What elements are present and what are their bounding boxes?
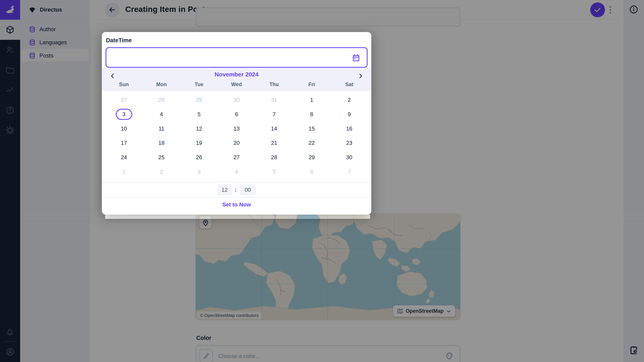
datetime-popup: DateTime November 2024 xyxy=(102,32,371,215)
calendar-day[interactable]: 4 xyxy=(218,165,256,179)
calendar-day[interactable]: 1 xyxy=(105,165,143,179)
calendar-day[interactable]: 20 xyxy=(218,136,256,150)
minute-input[interactable]: 00 xyxy=(240,184,256,195)
today-outline: 3 xyxy=(116,109,132,120)
calendar-day[interactable]: 7 xyxy=(256,107,293,121)
calendar-day[interactable]: 15 xyxy=(293,121,330,136)
weekday-label: Sat xyxy=(330,79,368,90)
month-label[interactable]: November 2024 xyxy=(102,71,371,78)
calendar-day[interactable]: 13 xyxy=(218,121,256,136)
calendar-icon[interactable] xyxy=(352,53,360,62)
dim-overlay-left xyxy=(0,215,105,219)
calendar-icon-glyph xyxy=(352,53,360,62)
calendar-day[interactable]: 29 xyxy=(293,150,330,165)
weekday-label: Sun xyxy=(105,79,143,90)
calendar-day[interactable]: 21 xyxy=(256,136,293,150)
weekday-label: Tue xyxy=(180,79,218,90)
weekday-label: Mon xyxy=(143,79,180,90)
calendar-day[interactable]: 1 xyxy=(293,93,330,107)
calendar-day[interactable]: 3 xyxy=(105,107,143,121)
calendar-day[interactable]: 31 xyxy=(256,93,293,107)
calendar-day[interactable]: 2 xyxy=(330,93,368,107)
calendar-day[interactable]: 5 xyxy=(180,107,218,121)
chevron-right-icon xyxy=(358,72,364,79)
calendar-day[interactable]: 18 xyxy=(143,136,180,150)
dim-overlay-right xyxy=(370,215,644,219)
calendar-day[interactable]: 16 xyxy=(330,121,368,136)
calendar-day[interactable]: 22 xyxy=(293,136,330,150)
calendar-day[interactable]: 8 xyxy=(293,107,330,121)
dim-overlay-bottom[interactable] xyxy=(0,219,644,362)
app-window: Directus Author Languages xyxy=(0,0,644,362)
calendar-day[interactable]: 14 xyxy=(256,121,293,136)
set-to-now-row: Set to Now xyxy=(102,197,371,212)
calendar-day[interactable]: 25 xyxy=(143,150,180,165)
calendar-day[interactable]: 29 xyxy=(180,93,218,107)
datetime-input[interactable] xyxy=(106,47,368,68)
calendar-day[interactable]: 10 xyxy=(105,121,143,136)
calendar-day[interactable]: 12 xyxy=(180,121,218,136)
weekday-row: SunMonTueWedThuFriSat xyxy=(105,79,368,90)
calendar-day[interactable]: 19 xyxy=(180,136,218,150)
calendar-days-grid: 2728293031123456789101112131415161718192… xyxy=(105,93,368,179)
calendar-day[interactable]: 4 xyxy=(143,107,180,121)
calendar-day[interactable]: 27 xyxy=(218,150,256,165)
weekday-label: Wed xyxy=(218,79,256,90)
calendar-header: November 2024 SunMonTueWedThuFriSat xyxy=(102,68,371,91)
calendar-day[interactable]: 30 xyxy=(218,93,256,107)
calendar-day[interactable]: 6 xyxy=(293,165,330,179)
time-colon: : xyxy=(235,187,237,193)
calendar-day[interactable]: 30 xyxy=(330,150,368,165)
weekday-label: Fri xyxy=(293,79,330,90)
set-to-now-button[interactable]: Set to Now xyxy=(222,201,251,208)
calendar-day[interactable]: 6 xyxy=(218,107,256,121)
calendar-day[interactable]: 11 xyxy=(143,121,180,136)
calendar-day[interactable]: 24 xyxy=(105,150,143,165)
calendar-day[interactable]: 27 xyxy=(105,93,143,107)
calendar-day[interactable]: 26 xyxy=(180,150,218,165)
calendar-day[interactable]: 17 xyxy=(105,136,143,150)
calendar-day[interactable]: 9 xyxy=(330,107,368,121)
calendar-day[interactable]: 28 xyxy=(256,150,293,165)
calendar-day[interactable]: 23 xyxy=(330,136,368,150)
calendar-day[interactable]: 3 xyxy=(180,165,218,179)
datetime-field-label: DateTime xyxy=(106,37,132,43)
calendar-day[interactable]: 28 xyxy=(143,93,180,107)
hour-input[interactable]: 12 xyxy=(217,184,232,195)
calendar-day[interactable]: 5 xyxy=(256,165,293,179)
calendar-day[interactable]: 2 xyxy=(143,165,180,179)
calendar-day[interactable]: 7 xyxy=(330,165,368,179)
weekday-label: Thu xyxy=(256,79,293,90)
time-row: 12 : 00 xyxy=(102,183,371,197)
